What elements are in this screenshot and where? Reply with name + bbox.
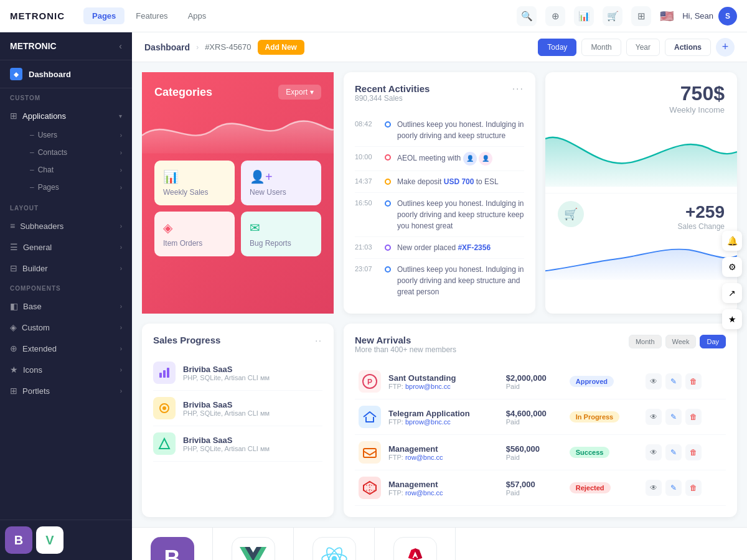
export-label: Export (286, 88, 308, 96)
user-plus-icon: 👤+ (250, 169, 312, 184)
edit-button[interactable]: ✎ (665, 373, 682, 390)
sp-menu-icon[interactable]: ·· (315, 335, 322, 345)
edit-button[interactable]: ✎ (665, 444, 682, 460)
sidebar-item-contacts[interactable]: –Contacts › (20, 144, 132, 161)
search-icon[interactable]: 🔍 (517, 6, 537, 26)
edit-button[interactable]: ✎ (665, 409, 682, 425)
sidebar-item-icons[interactable]: ★ Icons › (0, 359, 132, 380)
month-button[interactable]: Month (581, 39, 621, 56)
sidebar-item-chat[interactable]: –Chat › (20, 161, 132, 179)
view-button[interactable]: 👁 (646, 373, 662, 390)
activity-text: New order placed #XF-2356 (397, 242, 491, 253)
chevron-right-icon: › (120, 149, 122, 156)
left: ≡ Subheaders (10, 221, 63, 231)
chevron-right-icon: › (120, 345, 122, 352)
flag-icon: 🇺🇸 (660, 9, 674, 23)
delete-button[interactable]: 🗑 (685, 444, 702, 460)
sidebar-item-users[interactable]: –Users › (20, 126, 132, 144)
avatar-2: 👤 (479, 152, 492, 166)
sidebar-custom-label: Custom (22, 323, 50, 332)
sidebar-item-portlets[interactable]: ⊞ Portlets › (0, 380, 132, 401)
view-button[interactable]: 👁 (646, 409, 662, 425)
income-label: Weekly Income (558, 105, 725, 114)
left: ☰ General (10, 242, 52, 252)
year-button[interactable]: Year (626, 39, 660, 56)
nav-tab-apps[interactable]: Apps (179, 7, 215, 24)
na-app-name: Sant Outstanding (388, 373, 499, 383)
mini-card-bug-reports: ✉ Bug Reports (241, 212, 321, 256)
frameworks-preview: B V (0, 520, 132, 560)
dashboard-icon: ◆ (10, 68, 22, 80)
chevron-right-icon: › (120, 223, 122, 230)
star-icon[interactable]: ★ (722, 309, 742, 329)
sidebar-item-applications[interactable]: ⊞ Applications ▾ (0, 105, 132, 126)
grid-icon[interactable]: ⊞ (631, 6, 651, 26)
sidebar-item-custom[interactable]: ◈ Custom › (0, 317, 132, 338)
delete-button[interactable]: 🗑 (685, 409, 702, 425)
share-icon[interactable]: ⊕ (545, 6, 565, 26)
sidebar-item-builder[interactable]: ⊟ Builder › (0, 258, 132, 279)
svg-rect-1 (163, 370, 166, 378)
sidebar-item-extended[interactable]: ⊕ Extended › (0, 338, 132, 359)
activity-link[interactable]: #XF-2356 (458, 243, 491, 252)
na-actions-cell: 👁 ✎ 🗑 (642, 470, 726, 506)
recent-activities-card: Recent Activities 890,344 Sales ··· 08:4… (344, 72, 535, 314)
avatar[interactable]: S (718, 7, 737, 26)
sidebar-applications-label: Applications (22, 111, 66, 121)
day-tab[interactable]: Day (700, 335, 726, 348)
sidebar-dashboard-label: Dashboard (29, 70, 71, 79)
activity-time: 14:37 (355, 176, 378, 185)
nav-tab-pages[interactable]: Pages (83, 7, 125, 24)
nav-tab-features[interactable]: Features (127, 7, 176, 24)
export-button[interactable]: Export ▾ (278, 85, 321, 100)
sidebar-item-general[interactable]: ☰ General › (0, 236, 132, 258)
activity-item-2: 10:00 AEOL meeting with 👤 👤 (355, 147, 524, 171)
sp-avatar-3 (153, 432, 176, 455)
chart-icon[interactable]: 📊 (574, 6, 594, 26)
wave-chart (142, 105, 334, 154)
chevron-right-icon: › (120, 366, 122, 373)
app-logo: METRONIC (10, 11, 65, 21)
na-badge-cell: Approved (566, 364, 642, 399)
activity-link[interactable]: USD 700 (444, 177, 474, 186)
sales-change-amount: +259 (591, 202, 725, 222)
month-tab[interactable]: Month (629, 335, 662, 348)
week-tab[interactable]: Week (665, 335, 697, 348)
view-button[interactable]: 👁 (646, 480, 662, 496)
na-app-icon (359, 477, 381, 499)
cart-icon[interactable]: 🛒 (603, 6, 622, 26)
sp-desc: PHP, SQLite, Artisan CLI мм (183, 409, 322, 417)
sidebar-item-pages[interactable]: –Pages › (20, 179, 132, 196)
share-icon[interactable]: ↗ (722, 283, 742, 303)
settings-icon[interactable]: ⚙ (722, 257, 742, 277)
edit-button[interactable]: ✎ (665, 480, 682, 496)
sp-avatar-2 (153, 397, 176, 419)
delete-button[interactable]: 🗑 (685, 373, 702, 390)
sidebar-item-subheaders[interactable]: ≡ Subheaders › (0, 215, 132, 236)
na-actions-cell: 👁 ✎ 🗑 (642, 399, 726, 435)
today-button[interactable]: Today (538, 39, 576, 56)
chevron-right-icon: › (120, 265, 122, 272)
sidebar-item-base[interactable]: ◧ Base › (0, 296, 132, 317)
chevron-right-icon: › (120, 184, 122, 191)
add-new-button[interactable]: Add New (258, 40, 304, 55)
add-circle-button[interactable]: + (716, 38, 735, 57)
general-icon: ☰ (10, 242, 18, 252)
fw-react (294, 528, 375, 561)
bootstrap-icon: B (5, 526, 32, 554)
breadcrumb-bar: Dashboard › #XRS-45670 Add New Today Mon… (132, 32, 747, 62)
activities-menu-icon[interactable]: ··· (512, 83, 524, 95)
sp-item-2: Briviba SaaS PHP, SQLite, Artisan CLI мм (153, 391, 322, 426)
table-row: P Sant Outstanding FTP: bprow@bnc.cc $2,… (355, 364, 726, 399)
na-header: New Arrivals More than 400+ new members … (355, 335, 726, 362)
notification-icon[interactable]: 🔔 (722, 231, 742, 251)
breadcrumb-separator: › (196, 43, 199, 52)
delete-button[interactable]: 🗑 (685, 480, 702, 496)
categories-header: Categories Export ▾ (154, 85, 321, 100)
sidebar-collapse-icon[interactable]: ‹ (119, 41, 122, 51)
sidebar-dashboard[interactable]: ◆ Dashboard (0, 60, 132, 88)
actions-button[interactable]: Actions (665, 39, 711, 56)
left: ⊞ Portlets (10, 386, 50, 396)
na-amount: $560,000 (506, 444, 562, 454)
view-button[interactable]: 👁 (646, 444, 662, 460)
